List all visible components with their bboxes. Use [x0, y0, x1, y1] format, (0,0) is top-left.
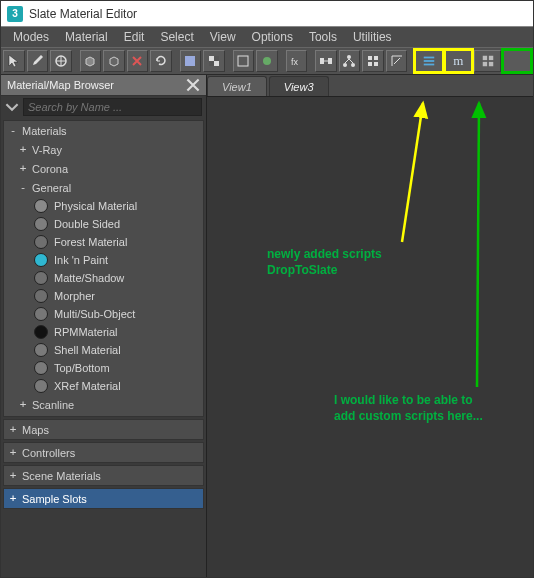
tree-item-top-bottom[interactable]: Top/Bottom — [4, 359, 203, 377]
mscript-icon[interactable]: m — [445, 50, 472, 72]
svg-rect-6 — [238, 56, 248, 66]
empty-slot-icon[interactable] — [503, 50, 530, 72]
browser-tree[interactable]: -Materials+V-Ray+Corona-GeneralPhysical … — [1, 118, 206, 577]
note1-line2: DropToSlate — [267, 263, 337, 277]
cursor-icon[interactable] — [3, 50, 25, 72]
svg-rect-17 — [368, 62, 372, 66]
layout-auto-icon[interactable] — [386, 50, 408, 72]
fx-icon[interactable]: fx — [286, 50, 308, 72]
app-icon: 3 — [7, 6, 23, 22]
tree-item-shell-material[interactable]: Shell Material — [4, 341, 203, 359]
tab-view3[interactable]: View3 — [269, 76, 329, 96]
tree-group-materials[interactable]: -Materials — [4, 121, 203, 140]
tab-view1[interactable]: View1 — [207, 76, 267, 96]
render-icon[interactable] — [256, 50, 278, 72]
tree-item-morpher[interactable]: Morpher — [4, 287, 203, 305]
svg-rect-22 — [482, 56, 486, 60]
browser-title: Material/Map Browser — [7, 79, 114, 91]
tree-group-maps[interactable]: +Maps — [4, 420, 203, 439]
tree-group-corona[interactable]: +Corona — [4, 159, 203, 178]
note1-line1: newly added scripts — [267, 247, 382, 261]
expand-icon[interactable]: + — [8, 446, 18, 459]
material-swatch-icon — [34, 235, 48, 249]
tree-item-matte-shadow[interactable]: Matte/Shadow — [4, 269, 203, 287]
menu-select[interactable]: Select — [152, 28, 201, 46]
expand-icon[interactable]: + — [18, 398, 28, 411]
menu-modes[interactable]: Modes — [5, 28, 57, 46]
tree-item-rpmmaterial[interactable]: RPMMaterial — [4, 323, 203, 341]
checker-icon[interactable] — [203, 50, 225, 72]
expand-icon[interactable]: - — [8, 124, 18, 137]
close-icon[interactable] — [186, 78, 200, 92]
tree-group-label: Corona — [32, 163, 68, 175]
tree-group-controllers[interactable]: +Controllers — [4, 443, 203, 462]
menu-material[interactable]: Material — [57, 28, 116, 46]
expand-icon[interactable]: + — [8, 423, 18, 436]
svg-rect-18 — [374, 62, 378, 66]
assign-icon[interactable] — [50, 50, 72, 72]
svg-rect-2 — [209, 56, 214, 61]
tree-item-label: Morpher — [54, 290, 95, 302]
material-swatch-icon — [34, 199, 48, 213]
svg-rect-19 — [424, 57, 435, 59]
search-input[interactable] — [23, 98, 202, 116]
eyedropper-icon[interactable] — [27, 50, 49, 72]
tree-item-label: Forest Material — [54, 236, 127, 248]
titlebar: 3 Slate Material Editor — [1, 1, 533, 27]
menu-options[interactable]: Options — [244, 28, 301, 46]
svg-rect-15 — [368, 56, 372, 60]
material-swatch-icon — [34, 325, 48, 339]
tree-group-sample-slots[interactable]: +Sample Slots — [4, 489, 203, 508]
tree-item-xref-material[interactable]: XRef Material — [4, 377, 203, 395]
tree-item-multi-sub-object[interactable]: Multi/Sub-Object — [4, 305, 203, 323]
body: Material/Map Browser -Materials+V-Ray+Co… — [1, 75, 533, 577]
material-swatch-icon — [34, 379, 48, 393]
canvas-area: View1View3 newly added scripts DropTo — [207, 75, 533, 577]
tree-group-label: Materials — [22, 125, 67, 137]
tree-group-general[interactable]: -General — [4, 178, 203, 197]
tree-group-label: General — [32, 182, 71, 194]
cube-icon[interactable] — [80, 50, 102, 72]
expand-icon[interactable]: + — [18, 143, 28, 156]
tree-item-physical-material[interactable]: Physical Material — [4, 197, 203, 215]
expand-icon[interactable]: + — [8, 492, 18, 505]
tree-group-scene-materials[interactable]: +Scene Materials — [4, 466, 203, 485]
wire-icon[interactable] — [233, 50, 255, 72]
svg-point-12 — [347, 55, 351, 59]
svg-point-7 — [263, 57, 271, 65]
layout-grid-icon[interactable] — [362, 50, 384, 72]
tree-group-label: V-Ray — [32, 144, 62, 156]
menu-view[interactable]: View — [202, 28, 244, 46]
tree-item-ink-n-paint[interactable]: Ink 'n Paint — [4, 251, 203, 269]
svg-rect-16 — [374, 56, 378, 60]
svg-rect-3 — [214, 61, 219, 66]
tree-item-forest-material[interactable]: Forest Material — [4, 233, 203, 251]
layout-h-icon[interactable] — [315, 50, 337, 72]
grid-layout-icon[interactable] — [474, 50, 501, 72]
svg-rect-1 — [185, 56, 195, 66]
window-title: Slate Material Editor — [29, 7, 137, 21]
svg-rect-21 — [424, 64, 435, 66]
chevron-down-icon[interactable] — [5, 100, 19, 114]
menu-edit[interactable]: Edit — [116, 28, 153, 46]
svg-rect-24 — [482, 62, 486, 66]
show-bg-icon[interactable] — [180, 50, 202, 72]
cube2-icon[interactable] — [103, 50, 125, 72]
tree-item-label: Physical Material — [54, 200, 137, 212]
slate-material-editor-window: 3 Slate Material Editor ModesMaterialEdi… — [0, 0, 534, 578]
drop-to-slate-icon[interactable] — [415, 50, 442, 72]
node-canvas[interactable]: newly added scripts DropToSlate I would … — [207, 97, 533, 577]
layout-tree-icon[interactable] — [339, 50, 361, 72]
tree-group-label: Sample Slots — [22, 493, 87, 505]
refresh-icon[interactable] — [150, 50, 172, 72]
menu-tools[interactable]: Tools — [301, 28, 345, 46]
menu-utilities[interactable]: Utilities — [345, 28, 400, 46]
expand-icon[interactable]: + — [18, 162, 28, 175]
tree-group-v-ray[interactable]: +V-Ray — [4, 140, 203, 159]
expand-icon[interactable]: - — [18, 181, 28, 194]
tree-group-scanline[interactable]: +Scanline — [4, 395, 203, 414]
expand-icon[interactable]: + — [8, 469, 18, 482]
tree-item-double-sided[interactable]: Double Sided — [4, 215, 203, 233]
delete-icon[interactable] — [127, 50, 149, 72]
material-swatch-icon — [34, 343, 48, 357]
